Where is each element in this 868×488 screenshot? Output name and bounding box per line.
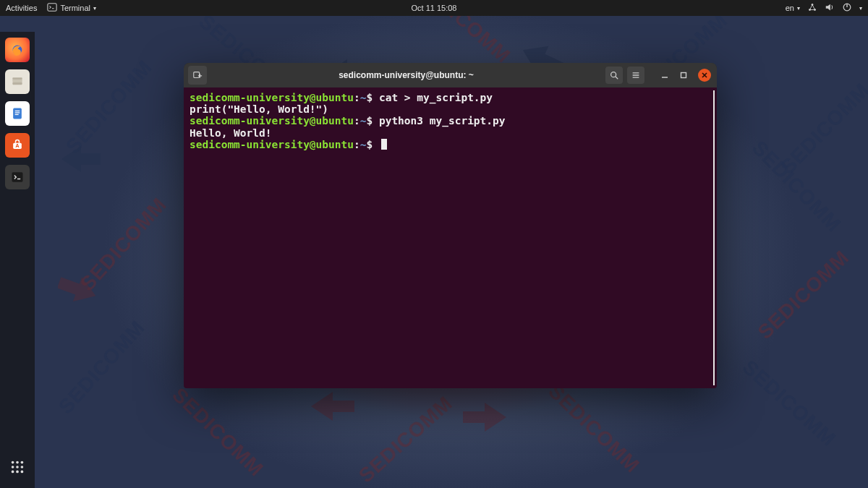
wallpaper-text: SEDICOMM <box>54 316 150 419</box>
desktop: SEDICOMM SEDICOMM SEDICOMM SEDICOMM SEDI… <box>0 16 868 488</box>
language-label: en <box>786 4 794 12</box>
svg-rect-19 <box>15 114 19 115</box>
top-panel: Activities Terminal ▾ Oct 11 15:08 en ▾ … <box>0 0 868 16</box>
terminal-line: sedicomm-university@ubuntu:~$ <box>190 139 711 150</box>
scrollbar[interactable] <box>713 90 715 385</box>
svg-text:A: A <box>15 142 20 149</box>
svg-point-30 <box>16 471 19 474</box>
cursor <box>381 139 387 150</box>
wallpaper-text: SEDICOMM <box>544 380 644 478</box>
svg-rect-16 <box>13 108 22 119</box>
svg-rect-41 <box>681 73 686 78</box>
svg-marker-11 <box>58 276 97 302</box>
new-tab-button[interactable] <box>188 66 207 85</box>
svg-point-25 <box>21 461 24 464</box>
svg-rect-32 <box>194 72 200 78</box>
input-language[interactable]: en ▾ <box>786 4 800 12</box>
network-icon[interactable] <box>807 2 817 14</box>
svg-point-28 <box>21 466 24 468</box>
terminal-line: sedicomm-university@ubuntu:~$ cat > my_s… <box>190 92 711 103</box>
terminal-icon[interactable] <box>5 165 30 189</box>
svg-point-26 <box>12 466 14 468</box>
svg-line-36 <box>616 77 618 80</box>
wallpaper-text: SEDICOMM <box>168 383 268 481</box>
chevron-down-icon: ▾ <box>859 5 862 12</box>
wallpaper-text: SEDICOMM <box>776 79 868 179</box>
terminal-line: Hello, World! <box>190 127 711 139</box>
active-app-label: Terminal <box>60 4 90 12</box>
wallpaper-text: SEDICOMM <box>354 392 457 487</box>
maximize-button[interactable] <box>676 67 691 84</box>
software-icon[interactable]: A <box>5 133 30 158</box>
svg-point-35 <box>611 72 616 77</box>
svg-rect-14 <box>12 80 22 82</box>
activities-button[interactable]: Activities <box>6 4 37 12</box>
chevron-down-icon: ▾ <box>93 5 96 12</box>
svg-rect-18 <box>15 112 20 113</box>
show-applications[interactable] <box>5 455 30 479</box>
svg-rect-15 <box>12 82 22 85</box>
wallpaper-text: SEDICOMM <box>738 356 841 451</box>
firefox-icon[interactable] <box>5 38 30 62</box>
wallpaper-text: SEDICOMM <box>61 56 157 158</box>
terminal-body[interactable]: sedicomm-university@ubuntu:~$ cat > my_s… <box>184 87 717 388</box>
svg-rect-13 <box>12 77 22 80</box>
svg-rect-17 <box>15 111 20 111</box>
window-title: sedicomm-university@ubuntu: ~ <box>211 70 601 80</box>
active-app-menu[interactable]: Terminal ▾ <box>47 2 96 14</box>
document-icon[interactable] <box>5 101 30 126</box>
terminal-window: sedicomm-university@ubuntu: ~ sedicomm-u… <box>184 63 717 388</box>
wallpaper-text: SEDICOMM <box>754 246 854 344</box>
terminal-line: sedicomm-university@ubuntu:~$ python3 my… <box>190 115 711 127</box>
close-button[interactable] <box>698 69 711 82</box>
svg-point-29 <box>12 471 14 474</box>
svg-marker-9 <box>463 403 506 432</box>
svg-marker-10 <box>61 146 101 172</box>
files-icon[interactable] <box>5 69 30 94</box>
svg-marker-8 <box>311 392 354 421</box>
svg-point-31 <box>21 471 24 474</box>
terminal-mini-icon <box>47 2 57 14</box>
svg-rect-0 <box>48 4 56 12</box>
dock: A <box>0 32 35 488</box>
volume-icon[interactable] <box>825 2 835 14</box>
terminal-line: print("Hello, World!") <box>190 103 711 115</box>
svg-point-27 <box>16 466 19 468</box>
minimize-button[interactable] <box>658 67 672 84</box>
chevron-down-icon: ▾ <box>797 5 800 12</box>
clock[interactable]: Oct 11 15:08 <box>412 4 457 12</box>
titlebar[interactable]: sedicomm-university@ubuntu: ~ <box>184 63 717 87</box>
svg-point-23 <box>12 461 14 464</box>
svg-point-24 <box>16 461 19 464</box>
search-button[interactable] <box>605 67 623 84</box>
svg-rect-22 <box>12 172 23 181</box>
wallpaper-text: SEDICOMM <box>412 16 515 68</box>
hamburger-menu[interactable] <box>627 67 644 84</box>
power-icon[interactable] <box>842 2 852 14</box>
